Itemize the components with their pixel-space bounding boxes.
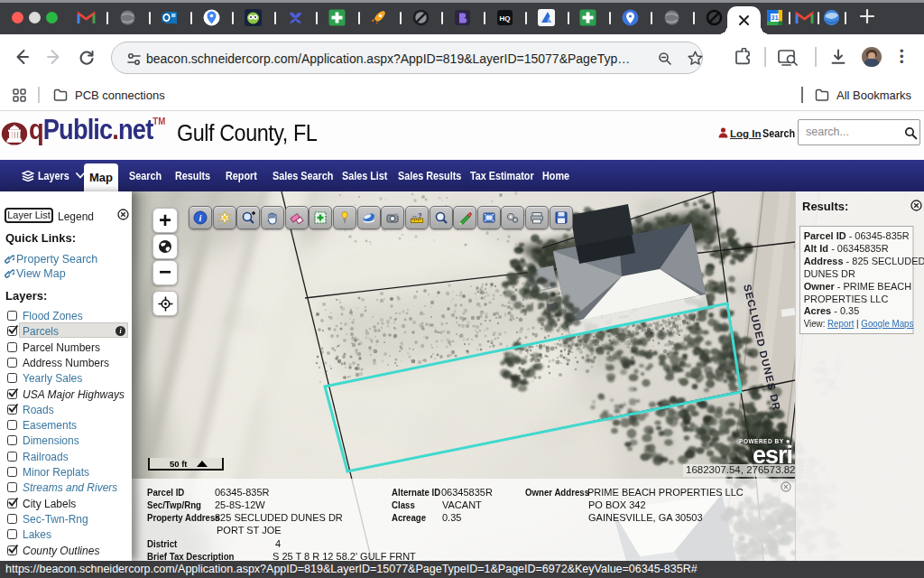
svg-text:HQ: HQ	[500, 14, 511, 23]
svg-text:↔?: ↔?	[411, 212, 421, 219]
svg-text:31: 31	[771, 14, 778, 22]
